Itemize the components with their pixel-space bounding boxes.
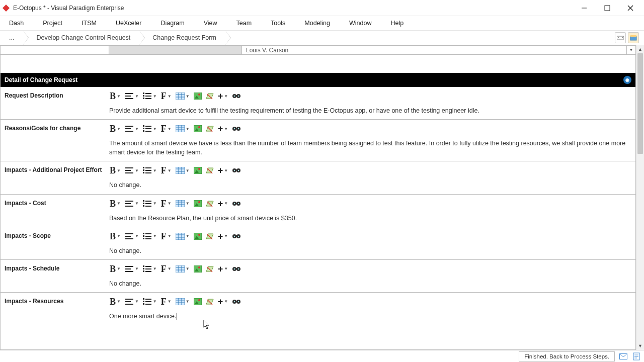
font-button[interactable]: F▼ bbox=[160, 92, 172, 101]
minimize-button[interactable] bbox=[573, 0, 596, 16]
field-text[interactable]: Based on the Resource Plan, the unit pri… bbox=[109, 211, 635, 223]
insert-image-button[interactable] bbox=[193, 265, 202, 273]
menu-uexceler[interactable]: UeXceler bbox=[111, 18, 146, 29]
list-button[interactable]: ▼ bbox=[142, 167, 157, 174]
bold-button[interactable]: B▼ bbox=[109, 199, 121, 208]
field-text[interactable]: No change. bbox=[109, 276, 635, 288]
menu-diagram[interactable]: Diagram bbox=[155, 18, 189, 29]
list-button[interactable]: ▼ bbox=[142, 298, 157, 305]
clear-format-button[interactable] bbox=[205, 298, 214, 305]
clear-format-button[interactable] bbox=[205, 93, 214, 100]
insert-image-button[interactable] bbox=[193, 200, 202, 207]
field-text[interactable]: One more smart device. bbox=[109, 309, 635, 321]
initiator-dropdown[interactable]: ▼ bbox=[626, 46, 635, 54]
insert-image-button[interactable] bbox=[193, 233, 202, 240]
align-button[interactable]: ▼ bbox=[124, 265, 139, 273]
font-button[interactable]: F▼ bbox=[160, 297, 172, 306]
clear-format-button[interactable] bbox=[205, 167, 214, 174]
menu-modeling[interactable]: Modeling bbox=[299, 18, 335, 29]
field-label: Reasons/Goals for change bbox=[1, 120, 109, 161]
align-button[interactable]: ▼ bbox=[124, 200, 139, 207]
bold-button[interactable]: B▼ bbox=[109, 264, 121, 274]
align-button[interactable]: ▼ bbox=[124, 93, 139, 100]
font-button[interactable]: F▼ bbox=[160, 124, 172, 133]
clear-format-button[interactable] bbox=[205, 233, 214, 240]
list-button[interactable]: ▼ bbox=[142, 265, 157, 273]
bold-button[interactable]: B▼ bbox=[109, 297, 121, 306]
align-button[interactable]: ▼ bbox=[124, 167, 139, 174]
menu-window[interactable]: Window bbox=[344, 18, 376, 29]
breadcrumb-1[interactable]: Develop Change Control Request bbox=[23, 31, 139, 45]
list-button[interactable]: ▼ bbox=[142, 233, 157, 240]
align-button[interactable]: ▼ bbox=[124, 125, 139, 132]
maximize-button[interactable] bbox=[596, 0, 619, 16]
table-button[interactable]: ▼ bbox=[175, 233, 190, 240]
table-button[interactable]: ▼ bbox=[175, 200, 190, 207]
add-button[interactable]: +▼ bbox=[217, 92, 228, 101]
field-text[interactable]: No change. bbox=[109, 177, 635, 190]
table-button[interactable]: ▼ bbox=[175, 125, 190, 132]
vertical-scrollbar[interactable]: ▲ ▼ bbox=[636, 45, 644, 350]
table-button[interactable]: ▼ bbox=[175, 167, 190, 174]
list-button[interactable]: ▼ bbox=[142, 200, 157, 207]
font-button[interactable]: F▼ bbox=[160, 232, 172, 241]
field-text[interactable]: Provide additional smart device to fulfi… bbox=[109, 103, 635, 115]
insert-image-button[interactable] bbox=[193, 125, 202, 132]
clear-format-button[interactable] bbox=[205, 200, 214, 207]
find-button[interactable] bbox=[231, 265, 242, 273]
find-button[interactable] bbox=[231, 298, 242, 305]
add-button[interactable]: +▼ bbox=[217, 264, 228, 274]
section-info-icon[interactable]: ◉ bbox=[623, 76, 631, 84]
menu-help[interactable]: Help bbox=[385, 18, 409, 29]
font-button[interactable]: F▼ bbox=[160, 264, 172, 274]
bold-button[interactable]: B▼ bbox=[109, 92, 121, 101]
scroll-thumb[interactable] bbox=[637, 53, 643, 154]
insert-image-button[interactable] bbox=[193, 93, 202, 100]
add-button[interactable]: +▼ bbox=[217, 124, 228, 133]
mail-icon[interactable] bbox=[619, 352, 628, 361]
note-icon[interactable] bbox=[632, 352, 641, 361]
list-button[interactable]: ▼ bbox=[142, 125, 157, 132]
menu-view[interactable]: View bbox=[199, 18, 222, 29]
find-button[interactable] bbox=[231, 125, 242, 132]
table-button[interactable]: ▼ bbox=[175, 93, 190, 100]
bold-button[interactable]: B▼ bbox=[109, 232, 121, 241]
find-button[interactable] bbox=[231, 167, 242, 174]
align-button[interactable]: ▼ bbox=[124, 233, 139, 240]
add-button[interactable]: +▼ bbox=[217, 166, 228, 175]
clear-format-button[interactable] bbox=[205, 125, 214, 132]
scroll-up-arrow[interactable]: ▲ bbox=[636, 45, 644, 53]
field-text[interactable]: No change. bbox=[109, 243, 635, 255]
add-button[interactable]: +▼ bbox=[217, 232, 228, 241]
menu-team[interactable]: Team bbox=[231, 18, 257, 29]
find-button[interactable] bbox=[231, 200, 242, 207]
clear-format-button[interactable] bbox=[205, 265, 214, 273]
bold-button[interactable]: B▼ bbox=[109, 124, 121, 133]
status-link[interactable]: Finished. Back to Process Steps. bbox=[519, 351, 615, 361]
align-button[interactable]: ▼ bbox=[124, 298, 139, 305]
font-button[interactable]: F▼ bbox=[160, 199, 172, 208]
breadcrumb-2[interactable]: Change Request Form bbox=[139, 31, 225, 45]
find-button[interactable] bbox=[231, 233, 242, 240]
breadcrumb-tool-icon-1[interactable] bbox=[615, 32, 626, 43]
breadcrumb-tool-icon-2[interactable] bbox=[628, 32, 639, 43]
bold-button[interactable]: B▼ bbox=[109, 166, 121, 175]
menu-tools[interactable]: Tools bbox=[266, 18, 290, 29]
table-button[interactable]: ▼ bbox=[175, 265, 190, 273]
menu-itsm[interactable]: ITSM bbox=[76, 18, 102, 29]
svg-marker-0 bbox=[3, 5, 10, 12]
add-button[interactable]: +▼ bbox=[217, 199, 228, 208]
insert-image-button[interactable] bbox=[193, 298, 202, 305]
menu-dash[interactable]: Dash bbox=[4, 18, 29, 29]
font-button[interactable]: F▼ bbox=[160, 166, 172, 175]
find-button[interactable] bbox=[231, 93, 242, 100]
add-button[interactable]: +▼ bbox=[217, 297, 228, 306]
breadcrumb-0[interactable]: ... bbox=[2, 31, 23, 45]
list-button[interactable]: ▼ bbox=[142, 93, 157, 100]
insert-image-button[interactable] bbox=[193, 167, 202, 174]
table-button[interactable]: ▼ bbox=[175, 298, 190, 305]
scroll-down-arrow[interactable]: ▼ bbox=[636, 342, 644, 350]
close-button[interactable] bbox=[619, 0, 642, 16]
menu-project[interactable]: Project bbox=[38, 18, 67, 29]
field-text[interactable]: The amount of smart device we have is le… bbox=[109, 136, 635, 157]
